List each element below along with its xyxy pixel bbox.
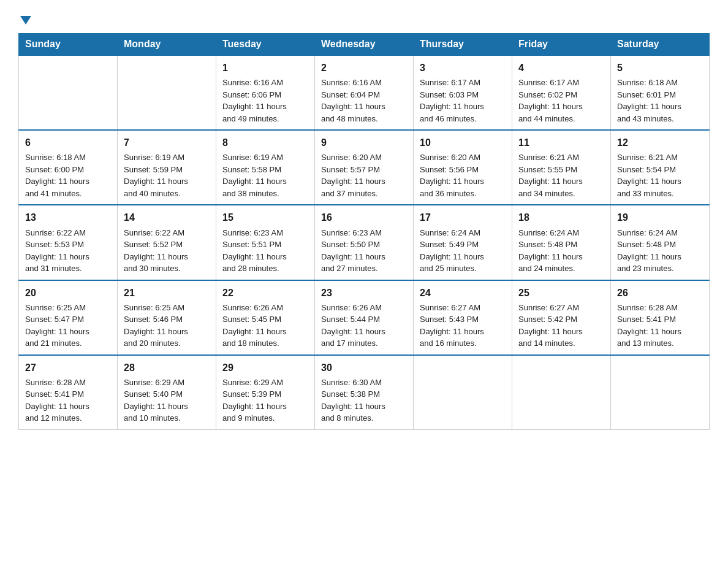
day-info: Sunrise: 6:20 AM Sunset: 5:56 PM Dayligh…: [420, 151, 506, 199]
calendar-week-row: 27Sunrise: 6:28 AM Sunset: 5:41 PM Dayli…: [19, 355, 710, 430]
day-info: Sunrise: 6:28 AM Sunset: 5:41 PM Dayligh…: [25, 377, 111, 424]
day-info: Sunrise: 6:26 AM Sunset: 5:45 PM Dayligh…: [222, 302, 308, 350]
day-info: Sunrise: 6:22 AM Sunset: 5:52 PM Dayligh…: [124, 227, 210, 275]
day-number: 11: [518, 136, 604, 150]
calendar-cell: 25Sunrise: 6:27 AM Sunset: 5:42 PM Dayli…: [512, 280, 611, 355]
day-info: Sunrise: 6:26 AM Sunset: 5:44 PM Dayligh…: [321, 302, 407, 350]
calendar-cell: 2Sunrise: 6:16 AM Sunset: 6:04 PM Daylig…: [315, 55, 414, 130]
calendar-cell: 30Sunrise: 6:30 AM Sunset: 5:38 PM Dayli…: [315, 355, 414, 430]
calendar-table: SundayMondayTuesdayWednesdayThursdayFrid…: [18, 33, 710, 430]
day-number: 20: [25, 286, 111, 300]
day-info: Sunrise: 6:17 AM Sunset: 6:03 PM Dayligh…: [420, 77, 506, 124]
day-info: Sunrise: 6:27 AM Sunset: 5:43 PM Dayligh…: [420, 302, 506, 350]
day-number: 8: [222, 136, 308, 150]
calendar-cell: 28Sunrise: 6:29 AM Sunset: 5:40 PM Dayli…: [118, 355, 216, 430]
calendar-cell: 29Sunrise: 6:29 AM Sunset: 5:39 PM Dayli…: [216, 355, 315, 430]
calendar-week-row: 6Sunrise: 6:18 AM Sunset: 6:00 PM Daylig…: [19, 130, 710, 205]
day-number: 3: [420, 61, 506, 75]
day-number: 25: [518, 286, 604, 300]
weekday-header-tuesday: Tuesday: [216, 34, 315, 56]
day-number: 14: [124, 210, 210, 224]
day-info: Sunrise: 6:21 AM Sunset: 5:54 PM Dayligh…: [617, 151, 703, 199]
day-number: 30: [321, 361, 407, 375]
day-info: Sunrise: 6:25 AM Sunset: 5:47 PM Dayligh…: [25, 302, 111, 350]
day-number: 6: [25, 136, 111, 150]
day-info: Sunrise: 6:28 AM Sunset: 5:41 PM Dayligh…: [617, 302, 703, 350]
day-number: 24: [420, 286, 506, 300]
day-info: Sunrise: 6:16 AM Sunset: 6:04 PM Dayligh…: [321, 77, 407, 124]
day-number: 16: [321, 210, 407, 224]
calendar-cell: 24Sunrise: 6:27 AM Sunset: 5:43 PM Dayli…: [414, 280, 512, 355]
day-number: 28: [124, 361, 210, 375]
weekday-header-sunday: Sunday: [19, 34, 118, 56]
calendar-cell: 7Sunrise: 6:19 AM Sunset: 5:59 PM Daylig…: [118, 130, 216, 205]
logo: [18, 12, 32, 27]
calendar-cell: 21Sunrise: 6:25 AM Sunset: 5:46 PM Dayli…: [118, 280, 216, 355]
day-number: 1: [222, 61, 308, 75]
weekday-header-wednesday: Wednesday: [315, 34, 414, 56]
calendar-cell: [118, 55, 216, 130]
day-info: Sunrise: 6:17 AM Sunset: 6:02 PM Dayligh…: [518, 77, 604, 124]
calendar-cell: 18Sunrise: 6:24 AM Sunset: 5:48 PM Dayli…: [512, 205, 611, 280]
day-number: 12: [617, 136, 703, 150]
calendar-week-row: 1Sunrise: 6:16 AM Sunset: 6:06 PM Daylig…: [19, 55, 710, 130]
calendar-cell: 20Sunrise: 6:25 AM Sunset: 5:47 PM Dayli…: [19, 280, 118, 355]
weekday-header-friday: Friday: [512, 34, 611, 56]
calendar-cell: 22Sunrise: 6:26 AM Sunset: 5:45 PM Dayli…: [216, 280, 315, 355]
svg-marker-0: [20, 16, 31, 25]
calendar-body: 1Sunrise: 6:16 AM Sunset: 6:06 PM Daylig…: [19, 55, 710, 429]
calendar-cell: 13Sunrise: 6:22 AM Sunset: 5:53 PM Dayli…: [19, 205, 118, 280]
calendar-cell: 23Sunrise: 6:26 AM Sunset: 5:44 PM Dayli…: [315, 280, 414, 355]
calendar-week-row: 20Sunrise: 6:25 AM Sunset: 5:47 PM Dayli…: [19, 280, 710, 355]
day-info: Sunrise: 6:24 AM Sunset: 5:49 PM Dayligh…: [420, 227, 506, 275]
day-number: 19: [617, 210, 703, 224]
day-number: 9: [321, 136, 407, 150]
day-number: 18: [518, 210, 604, 224]
calendar-cell: 19Sunrise: 6:24 AM Sunset: 5:48 PM Dayli…: [611, 205, 710, 280]
calendar-cell: 26Sunrise: 6:28 AM Sunset: 5:41 PM Dayli…: [611, 280, 710, 355]
calendar-cell: 11Sunrise: 6:21 AM Sunset: 5:55 PM Dayli…: [512, 130, 611, 205]
day-number: 10: [420, 136, 506, 150]
day-number: 21: [124, 286, 210, 300]
day-info: Sunrise: 6:29 AM Sunset: 5:40 PM Dayligh…: [124, 377, 210, 424]
day-number: 4: [518, 61, 604, 75]
calendar-cell: [414, 355, 512, 430]
day-info: Sunrise: 6:19 AM Sunset: 5:58 PM Dayligh…: [222, 151, 308, 199]
calendar-cell: 6Sunrise: 6:18 AM Sunset: 6:00 PM Daylig…: [19, 130, 118, 205]
calendar-cell: [19, 55, 118, 130]
weekday-header-monday: Monday: [118, 34, 216, 56]
calendar-cell: [611, 355, 710, 430]
day-info: Sunrise: 6:16 AM Sunset: 6:06 PM Dayligh…: [222, 77, 308, 124]
calendar-cell: 17Sunrise: 6:24 AM Sunset: 5:49 PM Dayli…: [414, 205, 512, 280]
calendar-cell: 10Sunrise: 6:20 AM Sunset: 5:56 PM Dayli…: [414, 130, 512, 205]
day-info: Sunrise: 6:23 AM Sunset: 5:50 PM Dayligh…: [321, 227, 407, 275]
weekday-header-saturday: Saturday: [611, 34, 710, 56]
day-number: 13: [25, 210, 111, 224]
day-number: 23: [321, 286, 407, 300]
day-info: Sunrise: 6:24 AM Sunset: 5:48 PM Dayligh…: [617, 227, 703, 275]
day-number: 26: [617, 286, 703, 300]
day-info: Sunrise: 6:22 AM Sunset: 5:53 PM Dayligh…: [25, 227, 111, 275]
calendar-cell: 27Sunrise: 6:28 AM Sunset: 5:41 PM Dayli…: [19, 355, 118, 430]
calendar-cell: 15Sunrise: 6:23 AM Sunset: 5:51 PM Dayli…: [216, 205, 315, 280]
day-number: 22: [222, 286, 308, 300]
day-info: Sunrise: 6:18 AM Sunset: 6:00 PM Dayligh…: [25, 151, 111, 199]
logo-arrow-icon: [19, 13, 32, 27]
day-number: 7: [124, 136, 210, 150]
calendar-cell: [512, 355, 611, 430]
day-info: Sunrise: 6:18 AM Sunset: 6:01 PM Dayligh…: [617, 77, 703, 124]
weekday-header-thursday: Thursday: [414, 34, 512, 56]
day-info: Sunrise: 6:29 AM Sunset: 5:39 PM Dayligh…: [222, 377, 308, 424]
calendar-week-row: 13Sunrise: 6:22 AM Sunset: 5:53 PM Dayli…: [19, 205, 710, 280]
calendar-cell: 16Sunrise: 6:23 AM Sunset: 5:50 PM Dayli…: [315, 205, 414, 280]
day-info: Sunrise: 6:21 AM Sunset: 5:55 PM Dayligh…: [518, 151, 604, 199]
day-info: Sunrise: 6:20 AM Sunset: 5:57 PM Dayligh…: [321, 151, 407, 199]
calendar-cell: 1Sunrise: 6:16 AM Sunset: 6:06 PM Daylig…: [216, 55, 315, 130]
day-info: Sunrise: 6:19 AM Sunset: 5:59 PM Dayligh…: [124, 151, 210, 199]
day-number: 5: [617, 61, 703, 75]
day-number: 2: [321, 61, 407, 75]
day-number: 29: [222, 361, 308, 375]
day-info: Sunrise: 6:27 AM Sunset: 5:42 PM Dayligh…: [518, 302, 604, 350]
calendar-cell: 8Sunrise: 6:19 AM Sunset: 5:58 PM Daylig…: [216, 130, 315, 205]
calendar-cell: 4Sunrise: 6:17 AM Sunset: 6:02 PM Daylig…: [512, 55, 611, 130]
